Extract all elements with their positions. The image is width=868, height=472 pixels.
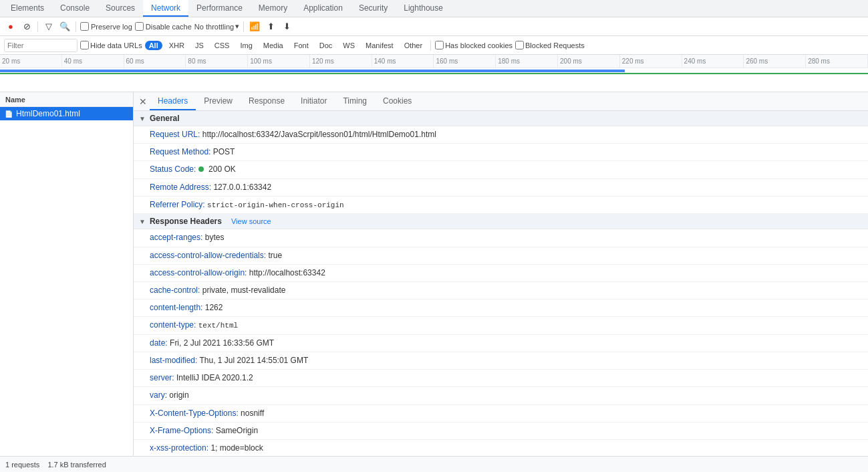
- type-media[interactable]: Media: [259, 41, 287, 50]
- detail-tab-headers[interactable]: Headers: [150, 92, 196, 110]
- type-ws[interactable]: WS: [339, 41, 359, 50]
- response-headers-view-source[interactable]: View source: [231, 217, 271, 225]
- filter-bar: Hide data URLs All XHR JS CSS Img Media …: [0, 36, 868, 55]
- detail-tab-cookies[interactable]: Cookies: [375, 92, 420, 110]
- rh-xxp-value: 1; mode=block: [210, 443, 263, 453]
- tick-160ms: 160 ms: [434, 55, 496, 68]
- timeline: 20 ms 40 ms 60 ms 80 ms 100 ms 120 ms 14…: [0, 55, 868, 92]
- blocked-requests-label[interactable]: Blocked Requests: [515, 41, 585, 49]
- blocked-requests-checkbox[interactable]: [515, 41, 524, 49]
- tab-elements[interactable]: Elements: [3, 0, 52, 17]
- status-code-row: Status Code: 200 OK: [134, 161, 868, 179]
- request-url-row: Request URL: http://localhost:63342/Java…: [134, 126, 868, 144]
- type-other[interactable]: Other: [400, 41, 427, 50]
- toolbar: ● ⊘ ▽ 🔍 Preserve log Disable cache No th…: [0, 17, 868, 36]
- rh-x-xss-protection: x-xss-protection: 1; mode=block: [134, 440, 868, 456]
- tab-lighthouse[interactable]: Lighthouse: [396, 0, 451, 17]
- hide-data-urls-checkbox[interactable]: [80, 41, 89, 49]
- rh-vary-key: vary:: [150, 390, 167, 400]
- throttle-select[interactable]: No throttling ▾: [194, 22, 239, 31]
- remote-address-key: Remote Address:: [150, 183, 211, 192]
- type-xhr[interactable]: XHR: [165, 41, 188, 50]
- tab-memory[interactable]: Memory: [251, 0, 295, 17]
- preserve-log-label[interactable]: Preserve log: [80, 22, 132, 31]
- general-section-label: General: [150, 114, 180, 123]
- remote-address-row: Remote Address: 127.0.0.1:63342: [134, 179, 868, 197]
- type-font[interactable]: Font: [290, 41, 313, 50]
- detail-tab-timing[interactable]: Timing: [335, 92, 375, 110]
- detail-tab-preview[interactable]: Preview: [196, 92, 241, 110]
- referrer-policy-key: Referrer Policy:: [150, 200, 205, 209]
- main-area: Name 📄 HtmlDemo01.html ✕ Headers Preview…: [0, 92, 868, 456]
- detail-tab-initiator[interactable]: Initiator: [293, 92, 335, 110]
- type-js[interactable]: JS: [191, 41, 208, 50]
- tick-260ms: 260 ms: [744, 55, 806, 68]
- rh-content-length-value: 1262: [205, 303, 223, 312]
- rh-server-value: IntelliJ IDEA 2020.1.2: [176, 373, 253, 382]
- tab-performance[interactable]: Performance: [188, 0, 251, 17]
- filter-input[interactable]: [4, 39, 78, 52]
- general-section-header[interactable]: ▼ General: [134, 111, 868, 126]
- clear-button[interactable]: ⊘: [20, 20, 33, 33]
- type-doc[interactable]: Doc: [315, 41, 337, 50]
- tab-security[interactable]: Security: [351, 0, 396, 17]
- rh-xxp-key: x-xss-protection:: [150, 443, 208, 453]
- preserve-log-checkbox[interactable]: [80, 22, 89, 31]
- detail-close-button[interactable]: ✕: [136, 95, 150, 108]
- tick-220ms: 220 ms: [620, 55, 682, 68]
- rh-content-type-value: text/html: [198, 322, 238, 330]
- rh-content-type-key: content-type:: [150, 320, 196, 330]
- tick-60ms: 60 ms: [124, 55, 186, 68]
- rh-server-key: server:: [150, 373, 174, 382]
- all-type-button[interactable]: All: [145, 41, 162, 50]
- wifi-button[interactable]: 📶: [248, 20, 261, 33]
- rh-accept-ranges-key: accept-ranges:: [150, 233, 202, 242]
- status-dot-icon: [198, 166, 204, 172]
- type-img[interactable]: Img: [236, 41, 256, 50]
- tab-console[interactable]: Console: [52, 0, 98, 17]
- tick-20ms: 20 ms: [0, 55, 62, 68]
- request-item-html[interactable]: 📄 HtmlDemo01.html: [0, 107, 133, 120]
- record-button[interactable]: ●: [4, 20, 17, 33]
- rh-acac-key: access-control-allow-credentials:: [150, 251, 266, 260]
- rh-xfo-key: X-Frame-Options:: [150, 426, 213, 435]
- tick-180ms: 180 ms: [496, 55, 558, 68]
- download-button[interactable]: ⬇: [280, 20, 293, 33]
- separator-2: [76, 21, 76, 32]
- hide-data-urls-text: Hide data URLs: [90, 41, 142, 49]
- type-manifest[interactable]: Manifest: [361, 41, 398, 50]
- file-icon: 📄: [4, 109, 13, 118]
- has-blocked-cookies-label[interactable]: Has blocked cookies: [435, 41, 513, 49]
- tick-280ms: 280 ms: [806, 55, 868, 68]
- rh-cache-control-value: private, must-revalidate: [202, 285, 286, 295]
- disable-cache-checkbox[interactable]: [135, 22, 144, 31]
- tab-application[interactable]: Application: [295, 0, 351, 17]
- throttle-arrow: ▾: [235, 22, 239, 31]
- type-css[interactable]: CSS: [210, 41, 234, 50]
- rh-xfo-value: SameOrigin: [216, 426, 258, 435]
- detail-tab-bar: ✕ Headers Preview Response Initiator Tim…: [134, 92, 868, 111]
- search-button[interactable]: 🔍: [58, 20, 71, 33]
- rh-vary: vary: origin: [134, 387, 868, 404]
- referrer-policy-value: strict-origin-when-cross-origin: [207, 201, 344, 209]
- rh-access-control-allow-origin: access-control-allow-origin: http://loca…: [134, 265, 868, 282]
- rh-content-length-key: content-length:: [150, 303, 202, 312]
- request-method-row: Request Method: POST: [134, 144, 868, 161]
- filter-button[interactable]: ▽: [42, 20, 55, 33]
- response-headers-arrow-icon: ▼: [139, 218, 146, 225]
- response-headers-section-header[interactable]: ▼ Response Headers View source: [134, 214, 868, 229]
- separator-filter: [430, 40, 431, 51]
- hide-data-urls-label[interactable]: Hide data URLs: [80, 41, 142, 49]
- disable-cache-label[interactable]: Disable cache: [135, 22, 192, 31]
- upload-button[interactable]: ⬆: [264, 20, 277, 33]
- tab-network[interactable]: Network: [143, 0, 188, 17]
- timeline-green-line: [0, 73, 868, 74]
- tick-120ms: 120 ms: [310, 55, 372, 68]
- has-blocked-cookies-checkbox[interactable]: [435, 41, 444, 49]
- rh-last-modified: last-modified: Thu, 1 Jul 2021 14:55:01 …: [134, 352, 868, 370]
- rh-cache-control-key: cache-control:: [150, 285, 200, 295]
- rh-last-modified-key: last-modified:: [150, 356, 197, 365]
- tab-sources[interactable]: Sources: [98, 0, 143, 17]
- tick-100ms: 100 ms: [248, 55, 310, 68]
- detail-tab-response[interactable]: Response: [241, 92, 293, 110]
